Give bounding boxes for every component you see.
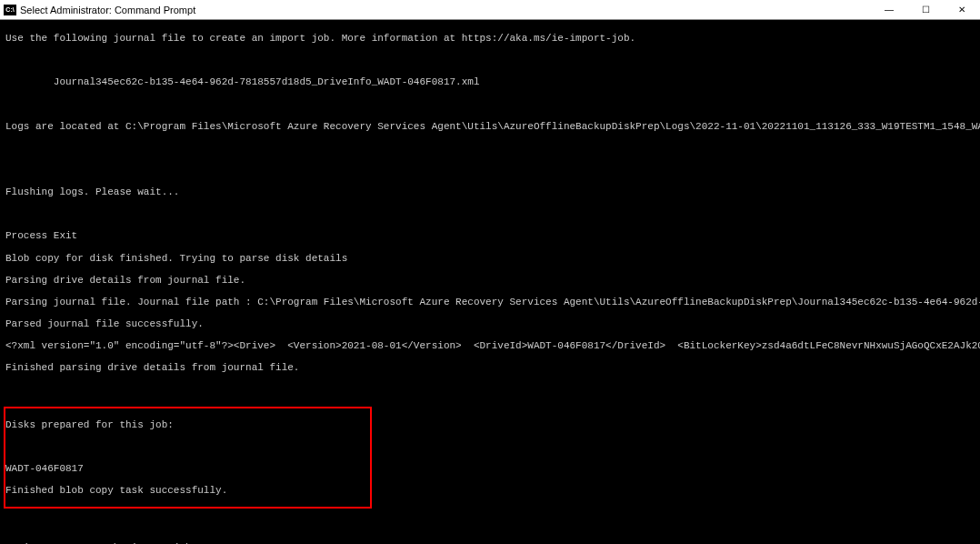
output-line xyxy=(5,165,975,176)
output-line: Parsing journal file. Journal file path … xyxy=(5,297,975,307)
output-line xyxy=(5,520,975,531)
output-line xyxy=(5,385,975,396)
minimize-button[interactable]: — xyxy=(871,0,907,20)
window-title: Select Administrator: Command Prompt xyxy=(20,5,871,15)
maximize-button[interactable]: ☐ xyxy=(907,0,944,20)
output-line xyxy=(5,441,370,452)
highlight-disks-prepared: Disks prepared for this job: WADT-046F08… xyxy=(4,407,372,509)
cmd-icon: C:\ xyxy=(4,5,16,15)
title-bar: C:\ Select Administrator: Command Prompt… xyxy=(0,0,980,20)
output-line: <?xml version="1.0" encoding="utf-8"?><D… xyxy=(5,340,975,351)
window-controls: — ☐ ✕ xyxy=(871,0,980,20)
output-line: Process Exit xyxy=(5,230,975,241)
output-line: Disks prepared for this job: xyxy=(5,419,370,430)
output-line: Journal345ec62c-b135-4e64-962d-7818557d1… xyxy=(5,76,975,87)
terminal-output[interactable]: Use the following journal file to create… xyxy=(0,20,980,544)
output-line: Parsing drive details from journal file. xyxy=(5,275,975,286)
output-line xyxy=(5,208,975,219)
close-button[interactable]: ✕ xyxy=(944,0,980,20)
output-line: WADT-046F0817 xyxy=(5,463,370,474)
output-line: Finished parsing drive details from jour… xyxy=(5,362,975,373)
output-line xyxy=(5,143,975,154)
output-line: Blob copy for disk finished. Trying to p… xyxy=(5,253,975,264)
output-line xyxy=(5,55,975,65)
output-line xyxy=(5,99,975,110)
output-line: Logs are located at C:\Program Files\Mic… xyxy=(5,121,975,132)
output-line: Parsed journal file successfully. xyxy=(5,318,975,329)
output-line: Flushing logs. Please wait... xyxy=(5,186,975,197)
output-line: Use the following journal file to create… xyxy=(5,33,975,44)
output-line: Finished blob copy task successfully. xyxy=(5,485,370,496)
